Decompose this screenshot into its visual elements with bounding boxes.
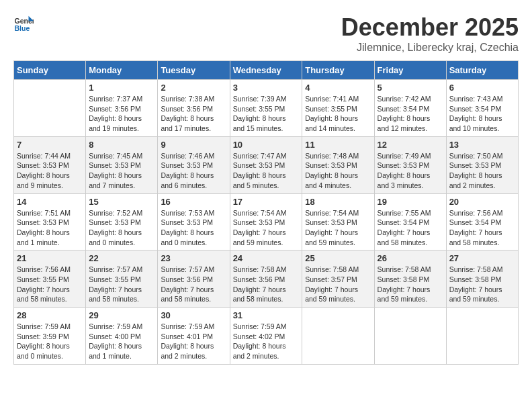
calendar-header-row: Sunday Monday Tuesday Wednesday Thursday…: [14, 61, 519, 80]
day-info: Sunrise: 7:59 AMSunset: 4:01 PMDaylight:…: [161, 322, 226, 361]
calendar-week-row: 28Sunrise: 7:59 AMSunset: 3:59 PMDayligh…: [14, 308, 519, 365]
day-number: 7: [17, 140, 83, 150]
col-sunday: Sunday: [14, 61, 86, 80]
day-number: 31: [233, 310, 300, 320]
table-row: [374, 308, 446, 365]
day-info: Sunrise: 7:54 AMSunset: 3:53 PMDaylight:…: [233, 208, 300, 248]
table-row: 9Sunrise: 7:46 AMSunset: 3:53 PMDaylight…: [158, 136, 230, 193]
col-thursday: Thursday: [302, 61, 374, 80]
table-row: 10Sunrise: 7:47 AMSunset: 3:53 PMDayligh…: [230, 136, 302, 193]
col-tuesday: Tuesday: [158, 61, 230, 80]
table-row: 30Sunrise: 7:59 AMSunset: 4:01 PMDayligh…: [158, 308, 230, 365]
day-info: Sunrise: 7:55 AMSunset: 3:54 PMDaylight:…: [378, 208, 443, 248]
day-number: 14: [17, 197, 83, 207]
title-area: December 2025 Jilemnice, Liberecky kraj,…: [341, 13, 519, 54]
day-info: Sunrise: 7:59 AMSunset: 4:02 PMDaylight:…: [233, 322, 300, 361]
day-number: 4: [305, 83, 371, 93]
day-info: Sunrise: 7:57 AMSunset: 3:55 PMDaylight:…: [89, 265, 154, 304]
day-number: 18: [305, 197, 371, 207]
table-row: [446, 308, 518, 365]
day-info: Sunrise: 7:56 AMSunset: 3:54 PMDaylight:…: [449, 208, 515, 248]
table-row: 1Sunrise: 7:37 AMSunset: 3:56 PMDaylight…: [86, 80, 158, 137]
table-row: 14Sunrise: 7:51 AMSunset: 3:53 PMDayligh…: [14, 193, 86, 250]
table-row: 18Sunrise: 7:54 AMSunset: 3:53 PMDayligh…: [302, 193, 374, 250]
day-info: Sunrise: 7:57 AMSunset: 3:56 PMDaylight:…: [161, 265, 226, 304]
table-row: 29Sunrise: 7:59 AMSunset: 4:00 PMDayligh…: [86, 308, 158, 365]
col-monday: Monday: [86, 61, 158, 80]
day-number: 2: [161, 83, 226, 93]
day-info: Sunrise: 7:51 AMSunset: 3:53 PMDaylight:…: [17, 208, 83, 248]
table-row: 11Sunrise: 7:48 AMSunset: 3:53 PMDayligh…: [302, 136, 374, 193]
table-row: 15Sunrise: 7:52 AMSunset: 3:53 PMDayligh…: [86, 193, 158, 250]
day-info: Sunrise: 7:44 AMSunset: 3:53 PMDaylight:…: [17, 151, 83, 191]
header: General Blue December 2025 Jilemnice, Li…: [13, 13, 519, 54]
day-info: Sunrise: 7:52 AMSunset: 3:53 PMDaylight:…: [89, 208, 154, 248]
table-row: 27Sunrise: 7:58 AMSunset: 3:58 PMDayligh…: [446, 250, 518, 308]
day-number: 29: [89, 310, 154, 320]
day-number: 12: [378, 140, 443, 150]
table-row: 8Sunrise: 7:45 AMSunset: 3:53 PMDaylight…: [86, 136, 158, 193]
day-number: 23: [161, 253, 226, 263]
day-info: Sunrise: 7:46 AMSunset: 3:53 PMDaylight:…: [161, 151, 226, 191]
table-row: 16Sunrise: 7:53 AMSunset: 3:53 PMDayligh…: [158, 193, 230, 250]
day-info: Sunrise: 7:54 AMSunset: 3:53 PMDaylight:…: [305, 208, 371, 248]
day-number: 22: [89, 253, 154, 263]
day-info: Sunrise: 7:50 AMSunset: 3:53 PMDaylight:…: [449, 151, 515, 191]
table-row: 23Sunrise: 7:57 AMSunset: 3:56 PMDayligh…: [158, 250, 230, 308]
table-row: 19Sunrise: 7:55 AMSunset: 3:54 PMDayligh…: [374, 193, 446, 250]
logo-icon: General Blue: [13, 13, 34, 34]
table-row: 17Sunrise: 7:54 AMSunset: 3:53 PMDayligh…: [230, 193, 302, 250]
month-title: December 2025: [341, 13, 519, 42]
day-number: 1: [89, 83, 154, 93]
day-number: 25: [305, 253, 371, 263]
day-info: Sunrise: 7:56 AMSunset: 3:55 PMDaylight:…: [17, 265, 83, 304]
table-row: 7Sunrise: 7:44 AMSunset: 3:53 PMDaylight…: [14, 136, 86, 193]
day-info: Sunrise: 7:59 AMSunset: 3:59 PMDaylight:…: [17, 322, 83, 361]
day-info: Sunrise: 7:47 AMSunset: 3:53 PMDaylight:…: [233, 151, 300, 191]
col-friday: Friday: [374, 61, 446, 80]
day-number: 17: [233, 197, 300, 207]
day-info: Sunrise: 7:41 AMSunset: 3:55 PMDaylight:…: [305, 94, 371, 134]
table-row: 20Sunrise: 7:56 AMSunset: 3:54 PMDayligh…: [446, 193, 518, 250]
day-info: Sunrise: 7:37 AMSunset: 3:56 PMDaylight:…: [89, 94, 154, 134]
day-info: Sunrise: 7:42 AMSunset: 3:54 PMDaylight:…: [378, 94, 443, 134]
table-row: 12Sunrise: 7:49 AMSunset: 3:53 PMDayligh…: [374, 136, 446, 193]
day-info: Sunrise: 7:45 AMSunset: 3:53 PMDaylight:…: [89, 151, 154, 191]
day-info: Sunrise: 7:38 AMSunset: 3:56 PMDaylight:…: [161, 94, 226, 134]
day-number: 9: [161, 140, 226, 150]
svg-text:Blue: Blue: [15, 24, 30, 32]
day-number: 24: [233, 253, 300, 263]
calendar-table: Sunday Monday Tuesday Wednesday Thursday…: [13, 60, 519, 365]
table-row: 26Sunrise: 7:58 AMSunset: 3:58 PMDayligh…: [374, 250, 446, 308]
day-number: 6: [449, 83, 515, 93]
table-row: 25Sunrise: 7:58 AMSunset: 3:57 PMDayligh…: [302, 250, 374, 308]
calendar-week-row: 7Sunrise: 7:44 AMSunset: 3:53 PMDaylight…: [14, 136, 519, 193]
logo: General Blue: [13, 13, 34, 34]
calendar-week-row: 14Sunrise: 7:51 AMSunset: 3:53 PMDayligh…: [14, 193, 519, 250]
table-row: 13Sunrise: 7:50 AMSunset: 3:53 PMDayligh…: [446, 136, 518, 193]
col-saturday: Saturday: [446, 61, 518, 80]
col-wednesday: Wednesday: [230, 61, 302, 80]
table-row: 24Sunrise: 7:58 AMSunset: 3:56 PMDayligh…: [230, 250, 302, 308]
day-number: 10: [233, 140, 300, 150]
day-info: Sunrise: 7:48 AMSunset: 3:53 PMDaylight:…: [305, 151, 371, 191]
table-row: 2Sunrise: 7:38 AMSunset: 3:56 PMDaylight…: [158, 80, 230, 137]
day-info: Sunrise: 7:49 AMSunset: 3:53 PMDaylight:…: [378, 151, 443, 191]
table-row: 3Sunrise: 7:39 AMSunset: 3:55 PMDaylight…: [230, 80, 302, 137]
table-row: 22Sunrise: 7:57 AMSunset: 3:55 PMDayligh…: [86, 250, 158, 308]
day-info: Sunrise: 7:39 AMSunset: 3:55 PMDaylight:…: [233, 94, 300, 134]
table-row: 4Sunrise: 7:41 AMSunset: 3:55 PMDaylight…: [302, 80, 374, 137]
table-row: [302, 308, 374, 365]
day-info: Sunrise: 7:58 AMSunset: 3:58 PMDaylight:…: [449, 265, 515, 304]
day-number: 19: [378, 197, 443, 207]
day-number: 26: [378, 253, 443, 263]
day-number: 13: [449, 140, 515, 150]
day-info: Sunrise: 7:58 AMSunset: 3:56 PMDaylight:…: [233, 265, 300, 304]
day-number: 28: [17, 310, 83, 320]
table-row: 28Sunrise: 7:59 AMSunset: 3:59 PMDayligh…: [14, 308, 86, 365]
calendar-week-row: 21Sunrise: 7:56 AMSunset: 3:55 PMDayligh…: [14, 250, 519, 308]
table-row: 21Sunrise: 7:56 AMSunset: 3:55 PMDayligh…: [14, 250, 86, 308]
day-number: 8: [89, 140, 154, 150]
day-number: 27: [449, 253, 515, 263]
day-number: 11: [305, 140, 371, 150]
